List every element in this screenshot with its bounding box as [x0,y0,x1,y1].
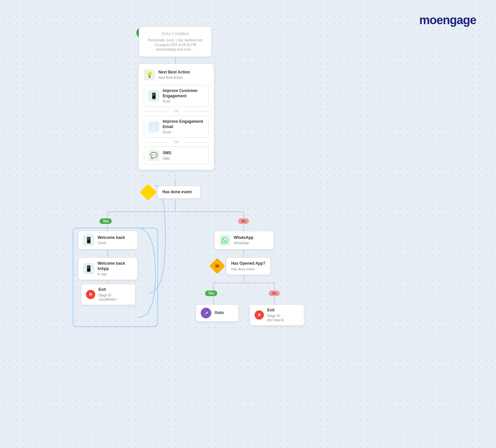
welcome-back-text: Welcome back Cards [98,235,125,246]
exit-left-icon: ✕ [86,290,95,299]
exit-left-node[interactable]: ✕ Exit Stage ID : mGJMNWI-l [81,284,136,305]
no-badge: No [238,218,249,224]
whatsapp-node[interactable]: WhatsApp WhatsApp [214,231,274,249]
welcome-back-inapp-icon: 📱 [83,263,94,274]
push-icon: 📱 [148,90,159,102]
entry-title: Entry Condition [146,31,205,36]
push-title: Improve Customer Engagement [163,88,204,99]
nba-subtitle: Next Best Action [158,75,190,80]
exit-right-title: Exit [267,308,299,313]
has-opened-app-title: Has Opened App? [231,261,266,266]
email-title: Improve Engagement Email [163,119,204,129]
sms-icon: 💬 [148,150,159,161]
exit-left-subtitle: Stage ID : mGJMNWI-l [99,293,131,302]
email-node[interactable]: ✉️ Improve Engagement Email Email [144,116,209,138]
whatsapp-text: WhatsApp WhatsApp [234,235,253,246]
has-done-event-node[interactable]: Has done event [157,186,200,199]
goto-text: Goto [215,310,224,316]
welcome-back-inapp-title: Welcome back InApp [98,261,133,271]
sms-subtitle: SMS [163,157,171,161]
email-subtitle: Email [163,130,204,134]
sms-title: SMS [163,151,171,156]
has-done-event-row: Has done event [142,186,200,199]
exit-right-node[interactable]: ✕ Exit Stage ID : dhcTdwaTe [250,304,304,326]
whatsapp-subtitle: WhatsApp [234,241,253,245]
goto-title: Goto [215,310,224,316]
goto-icon: ↗ [201,308,211,318]
exit-right-icon: ✕ [255,310,264,320]
yes-badge-2: Yes [205,291,217,296]
goto-node[interactable]: ↗ Goto [196,304,239,322]
nba-title: Next Best Action [158,70,190,75]
whatsapp-title: WhatsApp [234,235,253,241]
welcome-back-inapp-node[interactable]: 📱 Welcome back InApp In app [78,257,138,280]
exit-left-text: Exit Stage ID : mGJMNWI-l [99,287,131,302]
push-subtitle: Push [163,99,204,104]
yes-badge: Yes [100,218,112,224]
has-opened-app-subtitle: Has done event. [231,267,266,271]
welcome-back-inapp-text: Welcome back InApp In app [98,261,133,276]
exit-left-title: Exit [99,287,131,292]
email-text: Improve Engagement Email Email [163,119,204,134]
has-opened-app-diamond: ✉ [209,258,225,274]
has-opened-app-row: ✉ Has Opened App? Has done event. [212,257,270,275]
entry-description: Periodically, every 1 day starting from … [146,38,205,52]
entry-condition-node: Entry Condition Periodically, every 1 da… [139,26,212,57]
nba-container: 💡 Next Best Action Next Best Action 📱 Im… [138,64,214,170]
whatsapp-icon [219,235,230,246]
exit-right-subtitle: Stage ID : dhcTdwaTe [267,314,299,322]
welcome-back-title: Welcome back [98,235,125,241]
has-opened-app-node[interactable]: Has Opened App? Has done event. [226,257,270,275]
nba-icon: 💡 [144,69,155,80]
welcome-back-inapp-subtitle: In app [98,272,133,276]
welcome-back-icon: 📱 [83,235,94,246]
sms-text: SMS SMS [163,151,171,161]
logo: moengage [419,13,476,27]
has-done-event-diamond [140,184,157,201]
or-divider-1: OR [144,110,209,113]
email-icon: ✉️ [148,121,159,132]
exit-right-text: Exit Stage ID : dhcTdwaTe [267,308,299,322]
logo-text: moengage [419,13,476,27]
nba-header: 💡 Next Best Action Next Best Action [144,69,209,80]
nba-text: Next Best Action Next Best Action [158,70,190,80]
push-node[interactable]: 📱 Improve Customer Engagement Push [144,85,209,107]
no-badge-2: No [269,291,280,296]
has-done-event-title: Has done event [162,190,192,195]
welcome-back-subtitle: Cards [98,241,125,245]
sms-node[interactable]: 💬 SMS SMS [144,147,209,164]
push-text: Improve Customer Engagement Push [163,88,204,104]
welcome-back-node[interactable]: 📱 Welcome back Cards [78,231,138,249]
or-divider-2: OR [144,140,209,144]
